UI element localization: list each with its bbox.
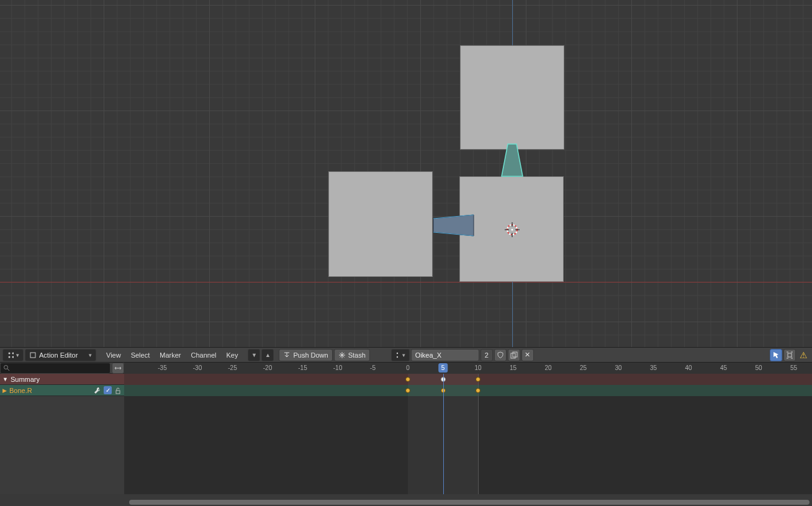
svg-point-11 bbox=[9, 352, 11, 354]
tick-label: -5 bbox=[370, 364, 376, 371]
lock-icon bbox=[114, 387, 122, 394]
menu-select[interactable]: Select bbox=[126, 351, 155, 359]
tick-label: 55 bbox=[790, 364, 797, 371]
menu-key[interactable]: Key bbox=[221, 351, 243, 359]
horizontal-scrollbar[interactable] bbox=[129, 500, 810, 505]
fake-user-button[interactable] bbox=[494, 349, 507, 361]
unlink-action-button[interactable]: ✕ bbox=[521, 349, 534, 361]
mode-selector[interactable]: Action Editor ▾ bbox=[25, 349, 96, 361]
svg-rect-22 bbox=[788, 353, 792, 357]
tick-label: 0 bbox=[406, 364, 410, 371]
triangle-down-icon: ▼ bbox=[251, 352, 257, 358]
x-axis-line bbox=[0, 282, 812, 282]
cursor-3d-icon bbox=[503, 221, 521, 238]
triangle-up-icon: ▲ bbox=[265, 352, 271, 358]
chevron-down-icon: ▾ bbox=[16, 352, 19, 358]
track-area[interactable] bbox=[124, 374, 812, 494]
tick-label: 20 bbox=[544, 364, 551, 371]
action-browse-button[interactable]: ▾ bbox=[391, 349, 410, 361]
keyframe[interactable] bbox=[476, 388, 480, 393]
triangle-right-icon: ▶ bbox=[2, 387, 7, 394]
svg-point-12 bbox=[12, 352, 14, 354]
stash-label: Stash bbox=[348, 351, 366, 359]
svg-line-24 bbox=[7, 369, 9, 371]
menu-marker[interactable]: Marker bbox=[155, 351, 186, 359]
tick-label: -35 bbox=[158, 364, 166, 371]
action-icon bbox=[29, 351, 37, 359]
chevron-down-icon: ▾ bbox=[89, 352, 92, 358]
new-action-button[interactable] bbox=[508, 349, 520, 361]
selection-tool-button[interactable] bbox=[770, 349, 782, 361]
tick-label: -20 bbox=[263, 364, 272, 371]
bone-left[interactable] bbox=[431, 211, 476, 240]
summary-label: Summary bbox=[11, 376, 40, 383]
mute-checkbox[interactable]: ✓ bbox=[104, 386, 112, 394]
search-icon bbox=[3, 364, 10, 371]
chevron-down-icon: ▾ bbox=[402, 352, 405, 358]
svg-rect-25 bbox=[116, 391, 120, 394]
svg-point-13 bbox=[9, 356, 11, 358]
svg-rect-15 bbox=[30, 353, 35, 358]
action-editor-header: ▾ Action Editor ▾ ViewSelectMarkerChanne… bbox=[0, 347, 812, 363]
push-down-label: Push Down bbox=[293, 351, 328, 359]
tick-label: 50 bbox=[755, 364, 762, 371]
keyframe[interactable] bbox=[476, 377, 480, 382]
channel-region: ▼ Summary ▶ Bone.R ✓ bbox=[0, 374, 812, 494]
triangle-down-icon: ▼ bbox=[2, 376, 8, 382]
timeline-ruler[interactable]: -35-30-25-20-15-10-505101520253035404550… bbox=[124, 363, 812, 374]
horizontal-arrows-icon bbox=[114, 364, 122, 372]
warning-indicator[interactable]: ⚠ bbox=[797, 349, 810, 361]
tick-label: -25 bbox=[228, 364, 237, 371]
push-down-button[interactable]: Push Down bbox=[279, 349, 332, 361]
wrench-icon bbox=[94, 387, 101, 394]
action-name-text: Oikea_X bbox=[415, 351, 441, 359]
tick-label: 40 bbox=[685, 364, 692, 371]
bone-top[interactable] bbox=[498, 142, 526, 179]
tick-label: -10 bbox=[333, 364, 342, 371]
viewport-3d[interactable] bbox=[0, 0, 812, 347]
scrollbar-thumb[interactable] bbox=[129, 500, 810, 505]
editor-type-selector[interactable]: ▾ bbox=[2, 349, 24, 361]
tick-label: 25 bbox=[580, 364, 587, 371]
current-frame-marker[interactable]: 5 bbox=[438, 363, 448, 373]
menu-channel[interactable]: Channel bbox=[186, 351, 221, 359]
tick-label: 35 bbox=[650, 364, 657, 371]
snowflake-icon bbox=[338, 351, 346, 359]
dopesheet-icon bbox=[7, 351, 14, 359]
cursor-icon bbox=[772, 351, 780, 359]
mesh-cube-left bbox=[328, 171, 433, 277]
filter-dropdown-button[interactable]: ▼ bbox=[248, 349, 260, 361]
svg-marker-0 bbox=[502, 144, 523, 176]
duplicate-icon bbox=[510, 351, 518, 359]
playhead[interactable] bbox=[443, 374, 444, 494]
svg-point-10 bbox=[512, 229, 513, 231]
channel-search-input[interactable] bbox=[0, 363, 111, 374]
bone-label: Bone.R bbox=[9, 387, 32, 394]
action-users-button[interactable]: 2 bbox=[480, 349, 493, 361]
svg-point-18 bbox=[397, 356, 398, 357]
tick-label: -15 bbox=[298, 364, 307, 371]
filter-up-button[interactable]: ▲ bbox=[261, 349, 274, 361]
stash-button[interactable]: Stash bbox=[334, 349, 370, 361]
push-down-icon bbox=[283, 351, 291, 359]
menu-view[interactable]: View bbox=[101, 351, 126, 359]
tick-label: -30 bbox=[193, 364, 202, 371]
close-icon: ✕ bbox=[525, 351, 530, 359]
summary-channel[interactable]: ▼ Summary bbox=[0, 374, 124, 385]
users-count: 2 bbox=[485, 351, 489, 359]
keyframe[interactable] bbox=[405, 377, 410, 382]
shield-icon bbox=[497, 351, 504, 359]
action-name-field[interactable]: Oikea_X bbox=[411, 349, 479, 361]
svg-point-14 bbox=[12, 356, 14, 358]
tick-label: 45 bbox=[720, 364, 727, 371]
tick-label: 10 bbox=[474, 364, 481, 371]
keyframe[interactable] bbox=[405, 388, 410, 393]
snap-button[interactable] bbox=[783, 349, 796, 361]
mesh-cube-top bbox=[460, 45, 564, 150]
bone-channel[interactable]: ▶ Bone.R ✓ bbox=[0, 385, 124, 396]
svg-point-23 bbox=[4, 366, 8, 369]
dopesheet-small-icon bbox=[395, 351, 400, 359]
channel-list: ▼ Summary ▶ Bone.R ✓ bbox=[0, 374, 124, 494]
svg-point-16 bbox=[397, 352, 398, 353]
filter-invert-button[interactable] bbox=[112, 363, 124, 374]
